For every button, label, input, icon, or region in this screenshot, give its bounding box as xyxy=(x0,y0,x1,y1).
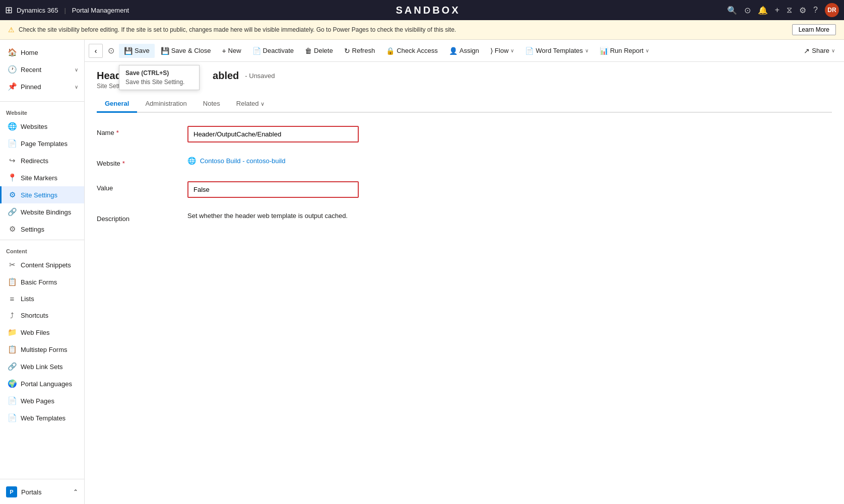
assign-button[interactable]: 👤 Assign xyxy=(444,44,484,58)
sidebar-item-web-pages[interactable]: 📄 Web Pages xyxy=(0,392,84,409)
deactivate-icon: 📄 xyxy=(252,47,261,55)
portals-bottom-item[interactable]: P Portals ⌃ xyxy=(0,482,84,501)
sidebar-item-label: Settings xyxy=(21,226,44,233)
sidebar-item-label: Basic Forms xyxy=(21,278,57,286)
sidebar-item-redirects[interactable]: ↪ Redirects xyxy=(0,152,84,169)
portals-icon: P xyxy=(6,486,17,497)
info-icon: ⚠ xyxy=(8,26,15,34)
learn-more-button[interactable]: Learn More xyxy=(792,24,836,35)
main-layout: 🏠 Home 🕐 Recent ∨ 📌 Pinned ∨ Website 🌐 W… xyxy=(0,40,844,504)
content-section-label: Content xyxy=(0,242,84,256)
save-close-icon: 💾 xyxy=(161,47,169,55)
save-close-button[interactable]: 💾 Save & Close xyxy=(156,44,216,58)
sidebar-item-websites[interactable]: 🌐 Websites xyxy=(0,118,84,135)
sidebar-item-pinned[interactable]: 📌 Pinned ∨ xyxy=(0,78,84,95)
delete-button[interactable]: 🗑 Delete xyxy=(300,44,338,58)
back-button[interactable]: ‹ xyxy=(89,44,103,58)
refresh-button[interactable]: ↻ Refresh xyxy=(339,44,380,58)
sidebar-item-lists[interactable]: ≡ Lists xyxy=(0,291,84,307)
sidebar-item-site-settings[interactable]: ⚙ Site Settings xyxy=(0,186,84,203)
sidebar-item-home[interactable]: 🏠 Home xyxy=(0,44,84,61)
portals-chevron-icon: ⌃ xyxy=(73,488,78,495)
sidebar-item-website-bindings[interactable]: 🔗 Website Bindings xyxy=(0,203,84,221)
lists-icon: ≡ xyxy=(8,295,17,303)
sidebar-item-label: Web Pages xyxy=(21,397,54,405)
sidebar-item-label: Web Link Sets xyxy=(21,363,63,371)
shortcuts-icon: ⤴ xyxy=(8,311,17,320)
recent-icon[interactable]: ⊙ xyxy=(744,6,751,15)
sidebar-divider xyxy=(0,101,84,102)
check-access-button[interactable]: 🔒 Check Access xyxy=(381,44,443,58)
sidebar-item-web-templates[interactable]: 📄 Web Templates xyxy=(0,409,84,426)
sidebar-item-label: Lists xyxy=(21,295,34,303)
sidebar-item-web-link-sets[interactable]: 🔗 Web Link Sets xyxy=(0,358,84,375)
forward-button[interactable]: ⊙ xyxy=(104,44,118,58)
new-label: New xyxy=(228,47,241,54)
filter-icon[interactable]: ⧖ xyxy=(787,6,792,15)
sidebar-item-multistep-forms[interactable]: 📋 Multistep Forms xyxy=(0,341,84,358)
value-input-wrapper xyxy=(187,181,359,198)
sidebar-item-portal-languages[interactable]: 🌍 Portal Languages xyxy=(0,375,84,392)
sidebar-item-recent[interactable]: 🕐 Recent ∨ xyxy=(0,61,84,78)
websites-icon: 🌐 xyxy=(8,122,17,131)
sidebar-item-site-markers[interactable]: 📍 Site Markers xyxy=(0,169,84,186)
tabs: General Administration Notes Related ∨ xyxy=(97,96,832,113)
delete-icon: 🗑 xyxy=(305,47,312,55)
website-field: 🌐 Contoso Build - contoso-build xyxy=(187,157,550,165)
word-templates-icon: 📄 xyxy=(525,47,534,55)
name-input[interactable] xyxy=(189,128,357,140)
sidebar-item-settings[interactable]: ⚙ Settings xyxy=(0,221,84,238)
tab-notes[interactable]: Notes xyxy=(195,96,228,113)
save-button[interactable]: 💾 Save xyxy=(119,44,155,58)
description-label: Description xyxy=(97,212,187,223)
website-form-row: Website* 🌐 Contoso Build - contoso-build xyxy=(97,154,550,170)
refresh-icon: ↻ xyxy=(344,47,350,55)
sidebar-item-basic-forms[interactable]: 📋 Basic Forms xyxy=(0,273,84,291)
search-icon[interactable]: 🔍 xyxy=(727,6,737,15)
sidebar-item-label: Websites xyxy=(21,123,47,130)
required-indicator: * xyxy=(122,160,125,167)
sidebar-item-label: Site Markers xyxy=(21,174,57,182)
sidebar-item-page-templates[interactable]: 📄 Page Templates xyxy=(0,135,84,152)
help-icon[interactable]: ? xyxy=(813,6,818,15)
app-grid-icon[interactable]: ⊞ xyxy=(5,5,13,16)
value-field xyxy=(187,181,550,198)
sandbox-title: SANDBOX xyxy=(133,5,723,16)
sidebar-item-label: Page Templates xyxy=(21,140,68,148)
share-label: Share xyxy=(812,47,829,54)
value-input[interactable] xyxy=(189,183,357,196)
page-content: Header/OutputCache/Enabled - Unsaved Sit… xyxy=(85,62,844,504)
add-icon[interactable]: + xyxy=(775,6,780,15)
website-bindings-icon: 🔗 xyxy=(8,207,17,217)
site-settings-icon: ⚙ xyxy=(8,190,17,199)
tab-general[interactable]: General xyxy=(97,96,137,113)
sidebar-item-web-files[interactable]: 📁 Web Files xyxy=(0,324,84,341)
new-button[interactable]: + New xyxy=(217,44,246,58)
settings-icon[interactable]: ⚙ xyxy=(799,6,806,15)
tab-related[interactable]: Related ∨ xyxy=(228,96,273,113)
save-icon: 💾 xyxy=(124,47,133,55)
info-banner-text: Check the site visibility before editing… xyxy=(19,26,456,33)
website-label: Website* xyxy=(97,157,187,167)
globe-icon: 🌐 xyxy=(187,157,196,165)
avatar[interactable]: DR xyxy=(825,3,839,17)
sidebar-item-content-snippets[interactable]: ✂ Content Snippets xyxy=(0,256,84,273)
sidebar-item-label: Content Snippets xyxy=(21,261,71,269)
content-snippets-icon: ✂ xyxy=(8,260,17,269)
web-link-sets-icon: 🔗 xyxy=(8,362,17,371)
deactivate-button[interactable]: 📄 Deactivate xyxy=(247,44,299,58)
command-bar: ‹ ⊙ 💾 Save Save (CTRL+S) Save this Site … xyxy=(85,40,844,62)
share-button[interactable]: ↗ Share ∨ xyxy=(799,44,840,58)
notifications-icon[interactable]: 🔔 xyxy=(758,6,768,15)
sidebar-item-label: Website Bindings xyxy=(21,208,71,216)
page-subtitle: Site Setting xyxy=(97,83,832,90)
save-button-container: 💾 Save Save (CTRL+S) Save this Site Sett… xyxy=(119,44,155,58)
run-report-button[interactable]: 📊 Run Report ∨ xyxy=(595,44,654,58)
description-value: Set whether the header web template is o… xyxy=(187,212,550,220)
sidebar-item-shortcuts[interactable]: ⤴ Shortcuts xyxy=(0,307,84,324)
word-templates-button[interactable]: 📄 Word Templates ∨ xyxy=(520,44,593,58)
settings-icon: ⚙ xyxy=(8,225,17,234)
tab-administration[interactable]: Administration xyxy=(137,96,194,113)
website-link[interactable]: Contoso Build - contoso-build xyxy=(200,157,286,165)
flow-button[interactable]: ⟩ Flow ∨ xyxy=(485,44,519,58)
